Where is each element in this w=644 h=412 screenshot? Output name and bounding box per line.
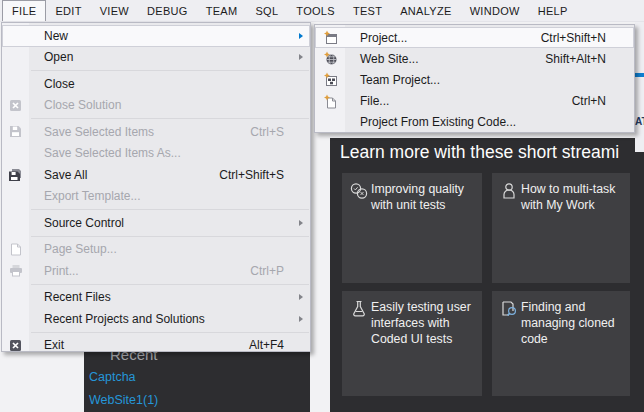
- menu-window[interactable]: WINDOW: [461, 0, 529, 21]
- clone-search-icon: [499, 299, 519, 323]
- video-tile-label: How to multi-task with My Work: [521, 181, 624, 213]
- file-menu-item-new[interactable]: New: [2, 25, 310, 47]
- close-solution-icon: [2, 99, 29, 112]
- menu-debug[interactable]: DEBUG: [138, 0, 197, 21]
- new-submenu-item-project-from-existing-code[interactable]: Project From Existing Code...: [315, 112, 634, 133]
- file-menu-item-page-setup: Page Setup...: [2, 239, 310, 261]
- submenu-arrow-icon: [299, 220, 303, 226]
- menu-file[interactable]: FILE: [2, 0, 46, 21]
- video-tile-label: Finding and managing cloned code: [521, 299, 624, 347]
- video-tile-my-work[interactable]: How to multi-task with My Work: [492, 173, 630, 283]
- submenu-arrow-icon: [299, 294, 303, 300]
- new-team-project-icon: [315, 72, 345, 87]
- save-icon: [2, 125, 29, 138]
- my-work-icon: [499, 181, 519, 205]
- menu-separator: [31, 332, 309, 333]
- new-project-icon: [315, 30, 345, 45]
- menu-analyze[interactable]: ANALYZE: [391, 0, 460, 21]
- start-page-tab-strip: ATE: [635, 22, 644, 152]
- shortcut: Ctrl+N: [572, 94, 606, 108]
- unit-tests-icon: [349, 181, 369, 205]
- submenu-arrow-icon: [299, 316, 303, 322]
- file-menu-item-recent-files[interactable]: Recent Files: [2, 287, 310, 309]
- flask-icon: [349, 299, 369, 323]
- tab-label-fragment: ATE: [635, 116, 644, 127]
- start-page-heading: Learn more with these short streami: [340, 142, 619, 163]
- file-menu-item-print: Print... Ctrl+P: [2, 260, 310, 282]
- menu-separator: [31, 236, 309, 237]
- menu-help[interactable]: HELP: [529, 0, 577, 21]
- menubar: FILE EDIT VIEW DEBUG TEAM SQL TOOLS TEST…: [0, 0, 644, 22]
- new-file-icon: [315, 94, 345, 109]
- page-setup-icon: [2, 243, 29, 256]
- file-menu-item-save-all[interactable]: Save All Ctrl+Shift+S: [2, 164, 310, 186]
- video-tile-label: Improving quality with unit tests: [371, 181, 476, 213]
- video-tile-cloned-code[interactable]: Finding and managing cloned code: [492, 291, 630, 396]
- file-menu-item-source-control[interactable]: Source Control: [2, 212, 310, 234]
- shortcut: Ctrl+Shift+N: [541, 31, 606, 45]
- file-menu-item-export-template: Export Template...: [2, 186, 310, 208]
- save-all-icon: [2, 168, 29, 182]
- menu-sql[interactable]: SQL: [246, 0, 287, 21]
- recent-link-website1[interactable]: WebSite1(1): [89, 393, 158, 407]
- recent-link-captcha[interactable]: Captcha: [89, 370, 136, 384]
- accent-line: [635, 73, 644, 77]
- shortcut: Ctrl+Shift+S: [219, 168, 284, 182]
- shortcut: Alt+F4: [249, 338, 284, 352]
- file-menu-item-save-selected: Save Selected Items Ctrl+S: [2, 121, 310, 143]
- video-tile-coded-ui[interactable]: Easily testing user interfaces with Code…: [342, 291, 482, 396]
- video-tile-unit-tests[interactable]: Improving quality with unit tests: [342, 173, 482, 283]
- menu-team[interactable]: TEAM: [197, 0, 247, 21]
- file-menu-item-exit[interactable]: Exit Alt+F4: [2, 335, 310, 357]
- new-submenu-item-file[interactable]: File... Ctrl+N: [315, 91, 634, 112]
- shortcut: Shift+Alt+N: [545, 52, 606, 66]
- menu-separator: [31, 70, 309, 71]
- menu-separator: [31, 284, 309, 285]
- menu-view[interactable]: VIEW: [91, 0, 138, 21]
- menu-tools[interactable]: TOOLS: [287, 0, 344, 21]
- new-website-icon: [315, 51, 345, 66]
- print-icon: [2, 264, 29, 277]
- file-menu-item-save-selected-as: Save Selected Items As...: [2, 143, 310, 165]
- submenu-arrow-icon: [299, 54, 303, 60]
- submenu-arrow-icon: [299, 33, 303, 39]
- file-menu-popup: New Open Close Close Solution Save Selec…: [1, 22, 311, 352]
- menu-edit[interactable]: EDIT: [46, 0, 90, 21]
- new-submenu-item-project[interactable]: Project... Ctrl+Shift+N: [315, 27, 634, 48]
- start-page-videos-panel: Learn more with these short streami Impr…: [330, 138, 644, 412]
- menu-separator: [31, 209, 309, 210]
- exit-icon: [2, 339, 29, 352]
- file-menu-item-open[interactable]: Open: [2, 47, 310, 69]
- new-submenu-popup: Project... Ctrl+Shift+N Web Site... Shif…: [314, 24, 635, 133]
- shortcut: Ctrl+P: [250, 264, 284, 278]
- menu-test[interactable]: TEST: [344, 0, 391, 21]
- file-menu-item-recent-projects[interactable]: Recent Projects and Solutions: [2, 308, 310, 330]
- new-submenu-item-team-project[interactable]: Team Project...: [315, 69, 634, 90]
- video-tile-label: Easily testing user interfaces with Code…: [371, 299, 476, 347]
- new-submenu-item-website[interactable]: Web Site... Shift+Alt+N: [315, 48, 634, 69]
- shortcut: Ctrl+S: [250, 125, 284, 139]
- file-menu-item-close[interactable]: Close: [2, 73, 310, 95]
- file-menu-item-close-solution: Close Solution: [2, 95, 310, 117]
- menu-separator: [31, 118, 309, 119]
